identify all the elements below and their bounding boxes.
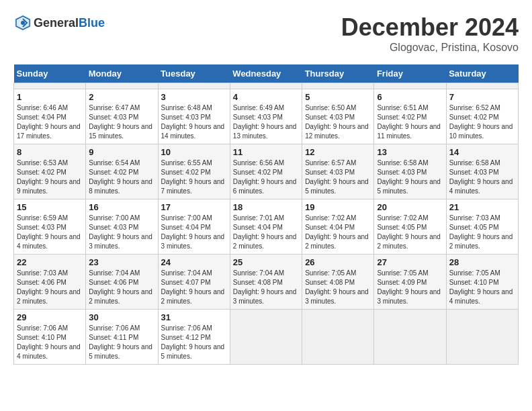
calendar-day-cell: 21 Sunrise: 7:03 AM Sunset: 4:05 PM Dayl…	[446, 199, 518, 255]
day-daylight: Daylight: 9 hours and 2 minutes.	[449, 233, 513, 250]
weekday-header: Saturday	[446, 64, 518, 83]
day-number: 4	[233, 92, 299, 102]
day-number: 11	[233, 147, 299, 157]
day-sunrise: Sunrise: 6:49 AM	[233, 104, 284, 111]
calendar-day-cell: 28 Sunrise: 7:05 AM Sunset: 4:10 PM Dayl…	[446, 255, 518, 310]
calendar-day-cell: 22 Sunrise: 7:03 AM Sunset: 4:06 PM Dayl…	[14, 255, 86, 310]
day-number: 25	[233, 257, 299, 267]
day-daylight: Daylight: 9 hours and 2 minutes.	[305, 233, 369, 250]
calendar-day-cell: 3 Sunrise: 6:48 AM Sunset: 4:03 PM Dayli…	[158, 89, 230, 144]
logo: GeneralBlue	[13, 13, 105, 32]
day-number: 15	[17, 202, 83, 212]
day-sunset: Sunset: 4:02 PM	[161, 169, 211, 176]
day-daylight: Daylight: 9 hours and 11 minutes.	[377, 123, 441, 140]
day-daylight: Daylight: 9 hours and 14 minutes.	[161, 123, 225, 140]
day-daylight: Daylight: 9 hours and 12 minutes.	[305, 123, 369, 140]
day-number: 17	[161, 202, 227, 212]
day-sunrise: Sunrise: 7:06 AM	[89, 324, 140, 332]
day-daylight: Daylight: 9 hours and 13 minutes.	[233, 123, 297, 140]
day-sunset: Sunset: 4:03 PM	[89, 113, 138, 121]
calendar-week-row: 15 Sunrise: 6:59 AM Sunset: 4:03 PM Dayl…	[14, 199, 519, 255]
logo-blue: Blue	[79, 16, 105, 30]
calendar-day-cell: 14 Sunrise: 6:58 AM Sunset: 4:03 PM Dayl…	[446, 144, 518, 199]
weekday-header: Sunday	[14, 64, 86, 83]
day-number: 24	[161, 257, 227, 267]
day-sunrise: Sunrise: 6:56 AM	[233, 159, 284, 167]
day-daylight: Daylight: 9 hours and 10 minutes.	[449, 123, 513, 140]
day-sunset: Sunset: 4:03 PM	[377, 169, 427, 176]
calendar-day-cell: 16 Sunrise: 7:00 AM Sunset: 4:03 PM Dayl…	[86, 199, 158, 255]
day-sunrise: Sunrise: 6:47 AM	[89, 104, 140, 111]
day-sunset: Sunset: 4:10 PM	[17, 334, 66, 341]
calendar-day-cell: 13 Sunrise: 6:58 AM Sunset: 4:03 PM Dayl…	[374, 144, 446, 199]
calendar-day-cell	[446, 310, 518, 365]
calendar-day-cell	[158, 83, 230, 89]
day-number: 23	[89, 257, 154, 267]
day-number: 7	[449, 92, 515, 102]
day-number: 27	[377, 257, 443, 267]
calendar-day-cell: 25 Sunrise: 7:04 AM Sunset: 4:08 PM Dayl…	[230, 255, 302, 310]
day-sunset: Sunset: 4:08 PM	[233, 279, 283, 286]
day-number: 6	[377, 92, 443, 102]
day-sunset: Sunset: 4:02 PM	[233, 169, 283, 176]
day-sunset: Sunset: 4:05 PM	[449, 224, 499, 231]
day-number: 8	[17, 147, 83, 157]
calendar-day-cell	[86, 83, 158, 89]
day-daylight: Daylight: 9 hours and 3 minutes.	[161, 233, 225, 250]
day-sunrise: Sunrise: 7:06 AM	[17, 324, 68, 332]
day-number: 31	[161, 312, 227, 322]
svg-point-2	[21, 21, 25, 25]
day-daylight: Daylight: 9 hours and 3 minutes.	[89, 233, 152, 250]
day-number: 3	[161, 92, 227, 102]
day-number: 9	[89, 147, 154, 157]
calendar-week-row: 8 Sunrise: 6:53 AM Sunset: 4:02 PM Dayli…	[14, 144, 519, 199]
day-sunset: Sunset: 4:04 PM	[305, 224, 355, 231]
day-daylight: Daylight: 9 hours and 2 minutes.	[17, 288, 81, 305]
day-sunrise: Sunrise: 7:05 AM	[449, 269, 500, 277]
day-sunset: Sunset: 4:03 PM	[89, 224, 138, 231]
day-number: 20	[377, 202, 443, 212]
day-sunrise: Sunrise: 7:05 AM	[377, 269, 428, 277]
day-number: 5	[305, 92, 371, 102]
calendar-day-cell	[302, 310, 374, 365]
calendar-week-row: 29 Sunrise: 7:06 AM Sunset: 4:10 PM Dayl…	[14, 310, 519, 365]
calendar-day-cell	[14, 83, 86, 89]
calendar-day-cell: 11 Sunrise: 6:56 AM Sunset: 4:02 PM Dayl…	[230, 144, 302, 199]
logo-text: GeneralBlue	[34, 16, 105, 30]
day-daylight: Daylight: 9 hours and 4 minutes.	[449, 288, 513, 305]
calendar-day-cell: 8 Sunrise: 6:53 AM Sunset: 4:02 PM Dayli…	[14, 144, 86, 199]
day-sunrise: Sunrise: 6:50 AM	[305, 104, 356, 111]
day-sunrise: Sunrise: 7:02 AM	[377, 214, 428, 222]
month-title: December 2024	[341, 13, 519, 42]
calendar-day-cell: 1 Sunrise: 6:46 AM Sunset: 4:04 PM Dayli…	[14, 89, 86, 144]
day-sunrise: Sunrise: 6:58 AM	[449, 159, 500, 167]
calendar-day-cell: 6 Sunrise: 6:51 AM Sunset: 4:02 PM Dayli…	[374, 89, 446, 144]
calendar-day-cell: 2 Sunrise: 6:47 AM Sunset: 4:03 PM Dayli…	[86, 89, 158, 144]
calendar-day-cell	[374, 83, 446, 89]
day-number: 28	[449, 257, 515, 267]
day-sunset: Sunset: 4:03 PM	[17, 224, 66, 231]
calendar-week-row: 1 Sunrise: 6:46 AM Sunset: 4:04 PM Dayli…	[14, 89, 519, 144]
day-sunset: Sunset: 4:02 PM	[17, 169, 66, 176]
day-sunset: Sunset: 4:04 PM	[17, 113, 66, 121]
day-sunset: Sunset: 4:03 PM	[233, 113, 283, 121]
calendar-day-cell: 12 Sunrise: 6:57 AM Sunset: 4:03 PM Dayl…	[302, 144, 374, 199]
day-sunrise: Sunrise: 6:54 AM	[89, 159, 140, 167]
day-sunset: Sunset: 4:09 PM	[377, 279, 427, 286]
page-header: GeneralBlue December 2024 Glogovac, Pris…	[13, 13, 519, 54]
day-sunrise: Sunrise: 7:03 AM	[17, 269, 68, 277]
day-sunrise: Sunrise: 7:04 AM	[89, 269, 140, 277]
day-sunrise: Sunrise: 6:57 AM	[305, 159, 356, 167]
day-number: 22	[17, 257, 83, 267]
day-sunset: Sunset: 4:08 PM	[305, 279, 355, 286]
logo-icon	[13, 13, 32, 32]
day-daylight: Daylight: 9 hours and 7 minutes.	[161, 178, 225, 195]
weekday-header: Wednesday	[230, 64, 302, 83]
day-sunset: Sunset: 4:04 PM	[161, 224, 211, 231]
calendar-day-cell: 31 Sunrise: 7:06 AM Sunset: 4:12 PM Dayl…	[158, 310, 230, 365]
day-daylight: Daylight: 9 hours and 3 minutes.	[305, 288, 369, 305]
day-sunset: Sunset: 4:06 PM	[89, 279, 138, 286]
calendar-day-cell: 30 Sunrise: 7:06 AM Sunset: 4:11 PM Dayl…	[86, 310, 158, 365]
calendar-day-cell	[446, 83, 518, 89]
calendar-day-cell	[374, 310, 446, 365]
